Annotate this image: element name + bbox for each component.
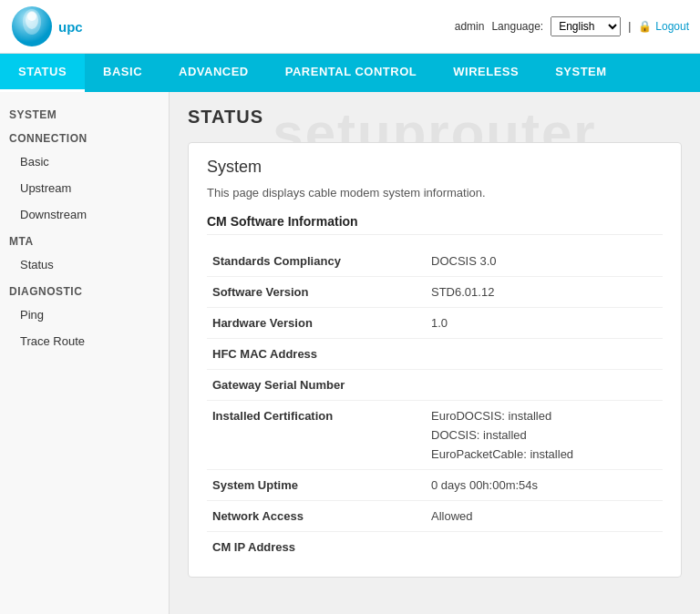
content: STATUS System This page displays cable m… bbox=[170, 92, 700, 592]
field-label: Network Access bbox=[207, 501, 426, 532]
table-row: CM IP Address bbox=[207, 532, 663, 563]
field-value: Allowed bbox=[426, 501, 663, 532]
sidebar-item-basic[interactable]: Basic bbox=[0, 148, 169, 175]
table-row: HFC MAC Address bbox=[207, 339, 663, 370]
field-label: HFC MAC Address bbox=[207, 339, 426, 370]
table-row: Standards Compliancy DOCSIS 3.0 bbox=[207, 246, 663, 277]
info-table: Standards Compliancy DOCSIS 3.0 Software… bbox=[207, 246, 663, 562]
field-label: Installed Certification bbox=[207, 401, 426, 470]
sidebar-mta-label: MTA bbox=[0, 228, 169, 251]
table-row: System Uptime 0 days 00h:00m:54s bbox=[207, 470, 663, 501]
content-wrapper: setuprouter STATUS System This page disp… bbox=[170, 92, 700, 614]
tab-wireless[interactable]: WIRELESS bbox=[435, 54, 537, 92]
cm-software-heading: CM Software Information bbox=[207, 214, 663, 235]
logo-area: upc bbox=[11, 5, 83, 47]
upc-logo-icon bbox=[11, 5, 53, 47]
field-label: Standards Compliancy bbox=[207, 246, 426, 277]
table-row: Network Access Allowed bbox=[207, 501, 663, 532]
sidebar-item-upstream[interactable]: Upstream bbox=[0, 175, 169, 201]
field-label: Gateway Serial Number bbox=[207, 370, 426, 401]
cert-value-1: EuroDOCSIS: installed bbox=[431, 409, 657, 423]
admin-label: admin bbox=[455, 20, 485, 33]
page-title: STATUS bbox=[188, 107, 682, 128]
field-value: STD6.01.12 bbox=[426, 277, 663, 308]
separator: | bbox=[628, 20, 631, 33]
field-value-multi: EuroDOCSIS: installed DOCSIS: installed … bbox=[426, 401, 663, 470]
field-value bbox=[426, 339, 663, 370]
sidebar-system-label: SYSTEM bbox=[0, 101, 169, 125]
tab-status[interactable]: STATUS bbox=[0, 54, 85, 92]
sidebar-diagnostic-label: DIAGNOSTIC bbox=[0, 278, 169, 302]
header-right: admin Language: English Deutsch Français… bbox=[455, 16, 689, 36]
tab-advanced[interactable]: ADVANCED bbox=[160, 54, 267, 92]
logout-area: 🔒 Logout bbox=[638, 20, 689, 33]
tab-system[interactable]: SYSTEM bbox=[537, 54, 624, 92]
sidebar-item-status[interactable]: Status bbox=[0, 251, 169, 278]
main-layout: SYSTEM CONNECTION Basic Upstream Downstr… bbox=[0, 92, 700, 614]
system-desc: This page displays cable modem system in… bbox=[207, 186, 663, 200]
field-label: Software Version bbox=[207, 277, 426, 308]
system-card-title: System bbox=[207, 158, 663, 177]
header: upc admin Language: English Deutsch Fran… bbox=[0, 0, 700, 54]
field-label: Hardware Version bbox=[207, 308, 426, 339]
system-card: System This page displays cable modem sy… bbox=[188, 142, 682, 578]
logout-link[interactable]: Logout bbox=[655, 20, 689, 33]
lock-icon: 🔒 bbox=[638, 20, 652, 33]
cert-value-2: DOCSIS: installed bbox=[431, 428, 657, 442]
field-value: 1.0 bbox=[426, 308, 663, 339]
sidebar-connection-label: CONNECTION bbox=[0, 125, 169, 148]
table-row: Software Version STD6.01.12 bbox=[207, 277, 663, 308]
tab-basic[interactable]: BASIC bbox=[85, 54, 160, 92]
sidebar-item-downstream[interactable]: Downstream bbox=[0, 201, 169, 228]
field-value: DOCSIS 3.0 bbox=[426, 246, 663, 277]
tab-parental-control[interactable]: PARENTAL CONTROL bbox=[267, 54, 436, 92]
field-value bbox=[426, 370, 663, 401]
logo-text: upc bbox=[58, 19, 83, 35]
table-row: Gateway Serial Number bbox=[207, 370, 663, 401]
field-label: System Uptime bbox=[207, 470, 426, 501]
field-value: 0 days 00h:00m:54s bbox=[426, 470, 663, 501]
language-select[interactable]: English Deutsch Français bbox=[551, 16, 621, 36]
svg-point-3 bbox=[27, 12, 36, 21]
field-value bbox=[426, 532, 663, 563]
table-row-installed-cert: Installed Certification EuroDOCSIS: inst… bbox=[207, 401, 663, 470]
field-label: CM IP Address bbox=[207, 532, 426, 563]
cert-value-3: EuroPacketCable: installed bbox=[431, 447, 657, 461]
sidebar: SYSTEM CONNECTION Basic Upstream Downstr… bbox=[0, 92, 170, 614]
table-row: Hardware Version 1.0 bbox=[207, 308, 663, 339]
sidebar-item-ping[interactable]: Ping bbox=[0, 302, 169, 328]
sidebar-item-trace-route[interactable]: Trace Route bbox=[0, 328, 169, 354]
language-label: Language: bbox=[491, 20, 543, 33]
nav-tabs: STATUS BASIC ADVANCED PARENTAL CONTROL W… bbox=[0, 54, 700, 92]
